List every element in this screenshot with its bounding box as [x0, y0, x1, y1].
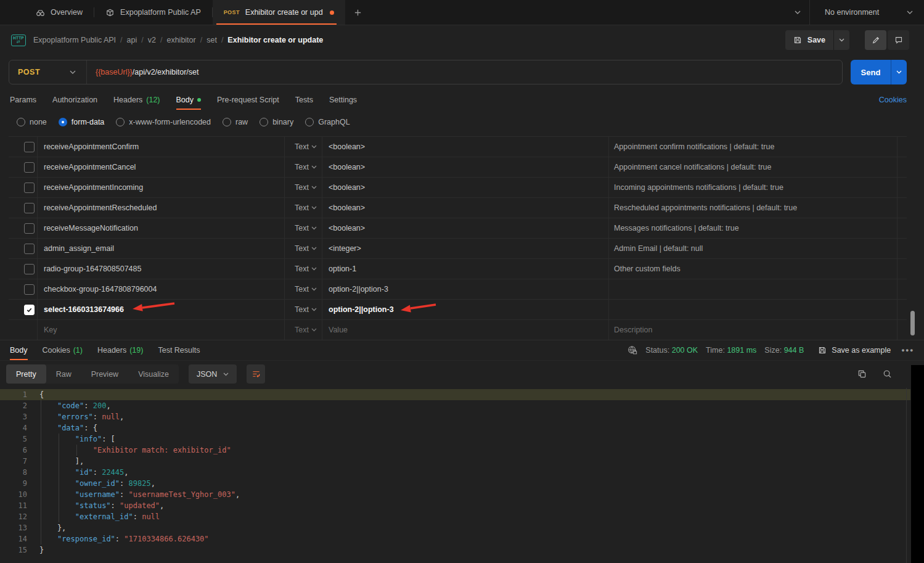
status-value[interactable]: 200 OK	[672, 346, 698, 355]
save-as-example-button[interactable]: Save as example	[818, 346, 891, 355]
row-checkbox[interactable]	[24, 305, 35, 315]
new-tab-button[interactable]	[345, 0, 370, 25]
row-value-input[interactable]: option-2||option-3	[329, 305, 394, 314]
row-description-input[interactable]: Appointment cancel notifications | defau…	[614, 163, 771, 171]
cookies-link[interactable]: Cookies	[879, 96, 907, 104]
row-key-input[interactable]: radio-group-1647808507485	[44, 265, 141, 273]
view-tab-preview[interactable]: Preview	[81, 364, 128, 384]
tab-params[interactable]: Params	[10, 90, 36, 110]
row-value-input[interactable]: <boolean>	[329, 224, 365, 232]
wrap-lines-button[interactable]	[247, 364, 265, 384]
response-body-code[interactable]: 1{2 "code": 200,3 "errors": null,4 "data…	[0, 388, 910, 563]
row-description-input[interactable]: Appointment confirm notifications | defa…	[614, 142, 774, 151]
copy-icon[interactable]	[857, 369, 867, 379]
radio-button[interactable]	[223, 118, 231, 126]
row-key-input[interactable]: select-1660313674966	[44, 305, 124, 314]
row-description-input[interactable]: Admin Email | default: null	[614, 244, 703, 253]
row-type-select[interactable]: Text	[285, 198, 322, 218]
row-checkbox[interactable]	[24, 183, 35, 193]
row-value-input[interactable]: <boolean>	[329, 203, 365, 212]
search-icon[interactable]	[883, 369, 892, 379]
save-button[interactable]: Save	[785, 30, 833, 50]
row-checkbox[interactable]	[24, 223, 35, 234]
row-key-input[interactable]: receiveAppointmentCancel	[44, 163, 136, 171]
body-mode-none[interactable]: none	[17, 118, 47, 126]
row-value-input[interactable]: option-2||option-3	[329, 285, 388, 294]
tab-settings[interactable]: Settings	[329, 90, 357, 110]
row-type-select[interactable]: Text	[285, 218, 322, 238]
response-tab-test-results[interactable]: Test Results	[158, 340, 200, 360]
view-tab-raw[interactable]: Raw	[46, 364, 81, 384]
row-type-select[interactable]: Text	[285, 320, 322, 340]
format-selector[interactable]: JSON	[189, 364, 237, 384]
row-type-select[interactable]: Text	[285, 279, 322, 299]
row-value-input[interactable]: <integer>	[329, 244, 361, 253]
response-tab-body[interactable]: Body	[10, 340, 28, 360]
method-selector[interactable]: POST	[9, 60, 87, 84]
response-tab-headers[interactable]: Headers(19)	[97, 340, 143, 360]
radio-button[interactable]	[59, 118, 67, 126]
send-options-chevron[interactable]	[891, 60, 907, 84]
tab-overview[interactable]: Overview	[25, 0, 94, 25]
row-type-select[interactable]: Text	[285, 259, 322, 279]
row-value-input[interactable]: Value	[329, 326, 348, 334]
row-checkbox[interactable]	[24, 203, 35, 213]
send-button[interactable]: Send	[851, 60, 891, 84]
breadcrumb-segment[interactable]: v2	[148, 36, 156, 44]
breadcrumb-segment[interactable]: exhibitor	[166, 36, 195, 44]
row-description-input[interactable]: Description	[614, 326, 653, 334]
row-checkbox[interactable]	[24, 162, 35, 173]
row-description-input[interactable]: Messages notifications | default: true	[614, 224, 739, 232]
view-tab-visualize[interactable]: Visualize	[128, 364, 179, 384]
row-checkbox[interactable]	[24, 284, 35, 295]
tab-body[interactable]: Body	[176, 90, 202, 110]
row-type-select[interactable]: Text	[285, 178, 322, 197]
breadcrumb-segment[interactable]: api	[127, 36, 137, 44]
row-key-input[interactable]: receiveAppointmentRescheduled	[44, 203, 157, 212]
radio-button[interactable]	[260, 118, 268, 126]
radio-button[interactable]	[305, 118, 314, 126]
row-value-input[interactable]: <boolean>	[329, 142, 365, 151]
tab-tests[interactable]: Tests	[295, 90, 313, 110]
row-key-input[interactable]: receiveMessageNotification	[44, 224, 138, 232]
tab-headers[interactable]: Headers(12)	[113, 90, 160, 110]
time-value[interactable]: 1891 ms	[727, 346, 756, 355]
more-options-icon[interactable]: ●●●	[901, 347, 914, 353]
body-mode-raw[interactable]: raw	[223, 118, 248, 126]
row-key-input[interactable]: checkbox-group-1647808796004	[44, 285, 157, 294]
vertical-scrollbar[interactable]	[910, 311, 915, 335]
row-value-input[interactable]: <boolean>	[329, 183, 365, 192]
edit-description-button[interactable]	[865, 30, 886, 50]
row-type-select[interactable]: Text	[285, 157, 322, 177]
save-options-chevron[interactable]	[833, 30, 849, 50]
tab-actions-chevron[interactable]	[786, 0, 809, 25]
environment-selector[interactable]: No environment	[809, 0, 924, 25]
view-tab-pretty[interactable]: Pretty	[6, 364, 46, 384]
tab-request-active[interactable]: POST Exhibitor create or upd	[213, 0, 345, 25]
row-type-select[interactable]: Text	[285, 137, 322, 157]
row-description-input[interactable]: Rescheduled appointments notifications |…	[614, 203, 797, 212]
size-value[interactable]: 944 B	[784, 346, 804, 355]
row-type-select[interactable]: Text	[285, 300, 322, 319]
row-key-input[interactable]: receiveAppointmentConfirm	[44, 142, 139, 151]
row-key-input[interactable]: receiveAppointmentIncoming	[44, 183, 143, 192]
row-key-input[interactable]: Key	[44, 326, 57, 334]
response-tab-cookies[interactable]: Cookies(1)	[43, 340, 83, 360]
row-type-select[interactable]: Text	[285, 239, 322, 258]
row-key-input[interactable]: admin_assign_email	[44, 244, 114, 253]
body-mode-graphql[interactable]: GraphQL	[305, 118, 350, 126]
tab-pre-request-script[interactable]: Pre-request Script	[217, 90, 279, 110]
row-value-input[interactable]: option-1	[329, 265, 356, 273]
body-mode-binary[interactable]: binary	[260, 118, 293, 126]
tab-collection[interactable]: Expoplatform Public AP	[94, 0, 212, 25]
row-checkbox[interactable]	[24, 142, 35, 152]
radio-button[interactable]	[116, 118, 125, 126]
url-input[interactable]: {{baseUrl}}/api/v2/exhibitor/set	[96, 68, 198, 76]
row-description-input[interactable]: Other custom fields	[614, 265, 681, 273]
body-mode-form-data[interactable]: form-data	[59, 118, 105, 126]
breadcrumb-segment[interactable]: Expoplatform Public API	[33, 36, 116, 44]
body-mode-x-www-form-urlencoded[interactable]: x-www-form-urlencoded	[116, 118, 211, 126]
radio-button[interactable]	[17, 118, 25, 126]
comments-button[interactable]	[888, 30, 909, 50]
tab-authorization[interactable]: Authorization	[52, 90, 97, 110]
